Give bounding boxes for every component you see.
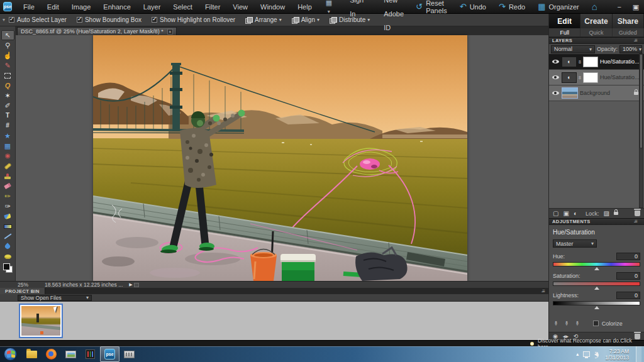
zoom-tool[interactable]: ⚲ [1, 40, 14, 50]
lightness-slider-track[interactable] [553, 301, 640, 305]
sponge-tool[interactable] [1, 251, 14, 261]
status-arrow-icon[interactable]: ▶ [129, 282, 132, 287]
show-desktop-button[interactable] [636, 346, 641, 362]
eyedropper-sample-icon[interactable]: ✒ [552, 321, 560, 326]
lightness-slider-marker[interactable] [594, 306, 599, 309]
taskbar-media-button[interactable] [80, 346, 100, 362]
visibility-toggle[interactable] [551, 75, 560, 79]
arrange-dropdown[interactable]: Arrange▾ [245, 16, 282, 23]
layer-row-hue-saturation-2[interactable]: ◐ 8 Hue/Saturatio... [549, 54, 644, 70]
panel-collapse-icon[interactable]: -≡ [634, 38, 637, 43]
taskbar-clock[interactable]: 7:23 AM 1/31/2013 [602, 348, 631, 361]
gradient-tool[interactable] [1, 221, 14, 231]
clone-stamp-tool[interactable] [1, 171, 14, 181]
hue-slider-marker[interactable] [594, 267, 599, 270]
undo-button[interactable]: ↶Undo [455, 2, 491, 11]
red-eye-removal-tool[interactable]: ◉ [1, 151, 14, 161]
tab-close-icon[interactable]: × [167, 29, 173, 35]
healing-brush-tool[interactable] [1, 161, 14, 171]
move-tool[interactable]: ↖ [1, 30, 14, 40]
lock-transparency-icon[interactable]: ▨ [603, 210, 609, 217]
menu-image[interactable]: Image [65, 0, 97, 14]
hue-slider-track[interactable] [553, 262, 640, 266]
sign-in-link[interactable]: Sign In [343, 0, 370, 21]
hand-tool[interactable]: ☝ [1, 50, 14, 60]
paint-bucket-tool[interactable] [1, 211, 14, 221]
canvas-workspace[interactable] [16, 35, 548, 281]
foreground-background-swatches[interactable] [1, 261, 14, 274]
blend-mode-select[interactable]: Normal ▾ [551, 45, 595, 53]
pencil-tool[interactable]: ✏ [1, 191, 14, 201]
layer-mask-thumbnail[interactable] [583, 57, 598, 67]
taskbar-explorer-button[interactable] [22, 346, 42, 362]
create-adobe-id-link[interactable]: Create New Adobe ID [377, 0, 411, 35]
shape-tool[interactable] [1, 231, 14, 241]
status-handle[interactable] [134, 283, 139, 287]
network-icon[interactable] [583, 351, 590, 357]
eyedropper-add-icon[interactable]: ✒ [562, 321, 570, 326]
layers-scrollbar[interactable] [639, 53, 643, 208]
opacity-select[interactable]: 100% ▾ [619, 45, 642, 53]
menu-filter[interactable]: Filter [199, 0, 226, 14]
smart-brush-tool[interactable]: ✑ [1, 201, 14, 211]
tab-share[interactable]: Share [613, 14, 644, 28]
tab-full[interactable]: Full [549, 28, 580, 36]
panel-collapse-icon[interactable]: -≡ [541, 288, 545, 294]
taskbar-pictures-button[interactable] [61, 346, 80, 362]
layout-grid-icon[interactable]: ▦ ▾ [322, 0, 336, 14]
panel-collapse-icon[interactable]: -≡ [634, 219, 637, 224]
menu-window[interactable]: Window [254, 0, 291, 14]
eyedropper-tool[interactable]: ✎ [1, 60, 14, 70]
saturation-slider-marker[interactable] [594, 287, 599, 290]
tool-options-chevron-icon[interactable]: ▾ [0, 17, 9, 23]
new-group-icon[interactable]: ▣ [563, 210, 569, 217]
taskbar-firefox-button[interactable] [42, 346, 61, 362]
menu-help[interactable]: Help [291, 0, 318, 14]
cookie-cutter-tool[interactable]: ★ [1, 131, 14, 141]
blur-tool[interactable] [1, 241, 14, 251]
magic-wand-tool[interactable]: ✶ [1, 90, 14, 101]
reset-panels-button[interactable]: ↺Reset Panels [411, 0, 452, 14]
menu-enhance[interactable]: Enhance [97, 0, 136, 14]
quick-selection-tool[interactable]: ✐ [1, 101, 14, 111]
layer-row-hue-saturation-1[interactable]: ◐ 8 Hue/Saturatio... [549, 70, 644, 85]
home-button[interactable]: ⌂ [587, 1, 602, 12]
taskbar-keyboard-button[interactable] [119, 346, 139, 362]
channel-select[interactable]: Master ▾ [553, 239, 597, 248]
hue-value-field[interactable]: 0 [616, 253, 640, 260]
eraser-tool[interactable] [1, 181, 14, 191]
lightness-value-field[interactable]: 0 [616, 292, 640, 299]
show-highlight-checkbox[interactable]: Show Highlight on Rollover [152, 16, 235, 23]
colorize-checkbox[interactable]: Colorize [593, 321, 623, 327]
start-button[interactable] [4, 348, 17, 361]
restore-button[interactable]: ▣ [628, 1, 644, 13]
minimize-button[interactable]: − [611, 1, 628, 13]
lasso-tool[interactable]: Q [1, 80, 14, 90]
menu-edit[interactable]: Edit [41, 0, 65, 14]
tab-edit[interactable]: Edit [549, 14, 580, 28]
delete-layer-icon[interactable] [635, 211, 640, 216]
visibility-toggle[interactable] [551, 60, 560, 63]
redo-button[interactable]: ↷Redo [494, 2, 530, 11]
menu-view[interactable]: View [226, 0, 254, 14]
taskbar-pse-button[interactable]: pse [100, 346, 119, 362]
recompose-tool[interactable]: ▦ [1, 141, 14, 151]
show-bounding-box-checkbox[interactable]: Show Bounding Box [77, 16, 142, 23]
auto-select-layer-checkbox[interactable]: Auto Select Layer [9, 16, 67, 23]
zoom-level[interactable]: 25% [18, 282, 28, 288]
saturation-value-field[interactable]: 0 [616, 272, 640, 280]
align-dropdown[interactable]: Align▾ [292, 16, 319, 23]
tab-quick[interactable]: Quick [580, 28, 612, 36]
menu-file[interactable]: File [17, 0, 41, 14]
show-hidden-icons-button[interactable]: ▴ [576, 351, 579, 357]
organizer-button[interactable]: ▦Organizer [533, 2, 584, 11]
type-tool[interactable]: T [1, 111, 14, 121]
crop-tool[interactable]: # [1, 121, 14, 131]
project-bin-tab[interactable]: PROJECT BIN [0, 288, 45, 294]
new-adjustment-layer-icon[interactable]: ◐ [574, 210, 577, 217]
speaker-icon[interactable] [594, 352, 598, 357]
photo-canvas[interactable] [93, 35, 467, 281]
saturation-slider-track[interactable] [553, 282, 640, 286]
visibility-toggle[interactable] [551, 91, 560, 95]
layer-mask-thumbnail[interactable] [583, 72, 598, 83]
